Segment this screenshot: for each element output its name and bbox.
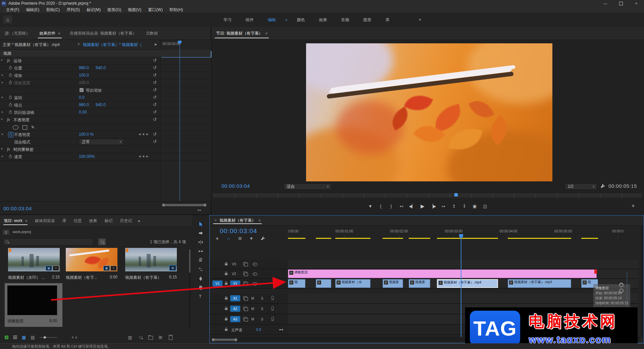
list-view-icon[interactable] <box>13 336 17 339</box>
reset-parameter-icon[interactable]: ↺ <box>153 102 157 107</box>
workspace-tab-颜色[interactable]: 颜色 <box>291 17 311 23</box>
menu-标记(M)[interactable]: 标记(M) <box>83 7 104 13</box>
track-chip-A2[interactable]: A2 <box>230 306 240 312</box>
param-value[interactable]: 960.0 <box>79 102 89 107</box>
audio-badge-icon[interactable]: ≈ <box>53 266 59 271</box>
chevron-right-icon[interactable]: ▸ <box>2 155 3 158</box>
project-scrollbar[interactable] <box>189 249 191 329</box>
chevron-down-icon[interactable]: ∨ <box>78 42 80 46</box>
reset-parameter-icon[interactable]: ↺ <box>153 65 157 71</box>
thumbnail-zoom-slider[interactable] <box>40 337 57 338</box>
track-lane-A1[interactable] <box>288 294 638 304</box>
reset-parameter-icon[interactable]: ↺ <box>153 110 157 115</box>
video-clip[interactable]: fx视频素材（水 <box>335 279 370 288</box>
item-name[interactable]: 调整图层 <box>7 318 46 324</box>
menu-图形(G)[interactable]: 图形(G) <box>104 7 125 13</box>
play-button[interactable]: ▶ <box>419 203 426 210</box>
effect-current-time[interactable]: 00:00:03:04 <box>3 206 32 211</box>
nest-icon[interactable]: ∗ <box>214 235 220 242</box>
video-clip[interactable]: fx视频素 <box>409 279 430 288</box>
workspace-tab-menu-icon[interactable]: ≡ <box>284 18 289 22</box>
lock-icon[interactable] <box>225 329 228 331</box>
home-icon[interactable]: ⌂ <box>3 15 12 24</box>
lift-button[interactable]: ↥ <box>451 203 457 210</box>
add-keyframe-icon[interactable]: ◆ <box>142 132 145 136</box>
project-tab-项目: work[interactable]: 项目: work≡ <box>0 215 31 226</box>
panel-tab-源:（无剪辑）[interactable]: 源:（无剪辑） <box>0 27 35 40</box>
program-current-time[interactable]: 00:00:03:04 <box>221 183 250 189</box>
track-chip-A1[interactable]: A1 <box>230 295 240 301</box>
video-clip[interactable]: fx视频素材（有字幕）.mp4 <box>508 279 571 288</box>
program-scrubber[interactable] <box>213 193 642 198</box>
video-badge-icon[interactable]: ▦ <box>103 266 110 271</box>
mark-out-button[interactable]: } <box>388 203 394 210</box>
video-clip[interactable]: fx视 <box>288 279 305 288</box>
group-label[interactable]: 时间重映射 <box>13 147 34 152</box>
workspace-tab-学习[interactable]: 学习 <box>217 17 238 23</box>
go-to-out-button[interactable]: ↦ <box>440 203 446 210</box>
source-patch-v1[interactable]: V1 <box>212 280 222 287</box>
audio-badge-icon[interactable]: ≈ <box>110 266 117 271</box>
lock-icon[interactable] <box>225 263 228 265</box>
stopwatch-icon[interactable] <box>8 95 13 100</box>
panel-tab-效果控件[interactable]: 效果控件≡ <box>35 27 65 40</box>
chevron-right-icon[interactable]: ▸ <box>2 95 3 99</box>
export-frame-button[interactable]: ▣ <box>472 203 478 210</box>
panel-menu-icon[interactable]: ≡ <box>258 218 260 222</box>
playback-resolution-dropdown[interactable]: 1/2 <box>565 183 597 190</box>
project-tab-效果[interactable]: 效果 <box>85 215 101 226</box>
stopwatch-icon[interactable] <box>8 80 13 85</box>
toggle-track-output-icon[interactable] <box>253 282 257 286</box>
adjustment-layer-clip[interactable]: fx调整图层 <box>288 269 597 278</box>
filter-bin-button[interactable] <box>98 238 106 246</box>
workspace-tab-组件[interactable]: 组件 <box>240 17 260 23</box>
prev-keyframe-icon[interactable]: ◀ <box>139 133 141 136</box>
group-label[interactable]: 不透明度 <box>13 117 30 123</box>
item-name[interactable]: 视频素材（水印） ... <box>8 275 48 280</box>
project-writable-icon[interactable] <box>5 336 8 339</box>
item-thumbnail[interactable] <box>7 286 57 315</box>
search-input[interactable] <box>3 238 93 246</box>
program-scrubber-playhead[interactable] <box>454 193 458 197</box>
param-value[interactable]: 960.0 <box>79 66 89 70</box>
step-back-button[interactable]: ◀▏ <box>409 203 415 210</box>
workspace-tab-效果[interactable]: 效果 <box>313 17 333 23</box>
track-name-V2[interactable]: V2 <box>232 272 236 276</box>
project-tab-标记[interactable]: 标记 <box>101 215 116 226</box>
reset-parameter-icon[interactable]: ↺ <box>153 87 157 93</box>
menu-编辑(E)[interactable]: 编辑(E) <box>22 7 43 13</box>
reset-parameter-icon[interactable]: ↺ <box>153 73 157 78</box>
stopwatch-icon[interactable] <box>8 110 13 115</box>
add-marker-button[interactable]: ▼ <box>367 203 374 210</box>
mark-in-button[interactable]: { <box>378 203 384 210</box>
lock-icon[interactable] <box>225 308 228 310</box>
stopwatch-icon[interactable] <box>8 73 13 78</box>
go-to-in-button[interactable]: ↤ <box>399 203 405 210</box>
pen-mask-icon[interactable]: ✎ <box>31 125 35 130</box>
chevron-right-icon[interactable]: ▸ <box>2 132 3 136</box>
project-tab-信息[interactable]: 信息 <box>70 215 85 226</box>
sync-lock-icon[interactable] <box>243 272 247 275</box>
workspace-overflow-icon[interactable]: » <box>419 17 421 22</box>
param-value[interactable]: 540.0 <box>96 102 106 107</box>
step-forward-button[interactable]: ▕▶ <box>430 203 436 210</box>
workspace-tab-音频[interactable]: 音频 <box>335 17 355 23</box>
sequence-clip-label[interactable]: 视频素材（有字幕）* 视频素材（ <box>83 42 152 48</box>
automate-to-sequence-icon[interactable]: ▥ <box>128 335 132 340</box>
comparison-view-button[interactable]: ◫ <box>482 203 488 210</box>
item-thumbnail[interactable]: ▦≈ <box>8 248 60 271</box>
mute-button[interactable]: M <box>250 306 255 311</box>
linked-selection-icon[interactable]: ⊞ <box>237 235 243 242</box>
workspace-tab-库[interactable]: 库 <box>379 17 395 23</box>
timeline-tab[interactable]: × 视频素材（有字幕）≡ <box>210 215 265 225</box>
minimize-button[interactable]: — <box>598 0 613 7</box>
workspace-tab-编辑[interactable]: 编辑 <box>262 17 282 23</box>
stopwatch-icon[interactable] <box>8 132 13 137</box>
master-gain-value[interactable]: 0.0 <box>256 328 261 332</box>
track-chip-A3[interactable]: A3 <box>230 316 240 322</box>
panel-tab-元数据[interactable]: 元数据 <box>141 27 162 40</box>
reset-parameter-icon[interactable]: ↺ <box>153 80 157 85</box>
effect-playhead-line[interactable] <box>180 42 180 202</box>
chevron-right-icon[interactable]: ▸ <box>2 110 3 114</box>
sync-lock-icon[interactable] <box>243 317 247 320</box>
